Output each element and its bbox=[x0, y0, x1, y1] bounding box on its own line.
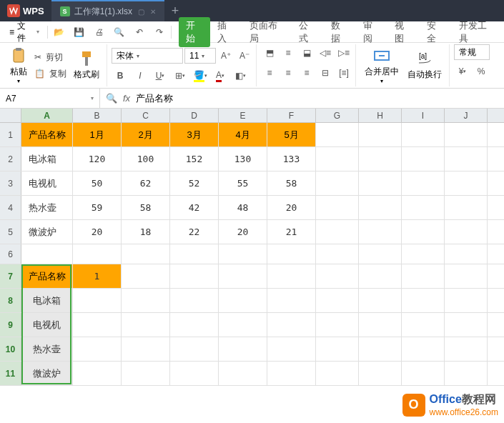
cell-B2[interactable]: 120 bbox=[73, 147, 122, 171]
cell-A5[interactable]: 微波炉 bbox=[21, 220, 73, 244]
row-header-5[interactable]: 5 bbox=[0, 220, 21, 244]
fill-color-button[interactable]: 🪣▾ bbox=[192, 67, 209, 84]
cell-A1[interactable]: 产品名称 bbox=[21, 123, 73, 146]
percent-button[interactable]: % bbox=[473, 63, 490, 80]
cell-H2[interactable] bbox=[359, 147, 402, 171]
cell-A6[interactable] bbox=[21, 244, 73, 264]
cell-A8[interactable]: 电冰箱 bbox=[21, 289, 73, 312]
print-preview-button[interactable]: 🔍 bbox=[109, 24, 129, 41]
number-format-dropdown[interactable]: 常规 bbox=[454, 44, 490, 60]
cell-I6[interactable] bbox=[402, 244, 445, 264]
cell-F6[interactable] bbox=[267, 244, 316, 264]
column-header-E[interactable]: E bbox=[219, 109, 267, 122]
row-header-10[interactable]: 10 bbox=[0, 337, 21, 361]
cell-I11[interactable] bbox=[402, 362, 445, 385]
grid-body[interactable]: 1产品名称1月2月3月4月5月2电冰箱1201001521301333电视机50… bbox=[0, 123, 504, 386]
cell-B11[interactable] bbox=[73, 362, 122, 385]
align-bottom-button[interactable]: ⬓ bbox=[298, 44, 315, 61]
border-button[interactable]: ⊞▾ bbox=[172, 67, 189, 84]
row-header-7[interactable]: 7 bbox=[0, 264, 21, 288]
cell-H4[interactable] bbox=[359, 196, 402, 219]
cell-G5[interactable] bbox=[316, 220, 359, 244]
cell-D11[interactable] bbox=[170, 362, 219, 385]
cell-G3[interactable] bbox=[316, 171, 359, 195]
column-header-C[interactable]: C bbox=[122, 109, 170, 122]
cell-E8[interactable] bbox=[219, 289, 267, 312]
cell-J3[interactable] bbox=[445, 171, 488, 195]
cell-E6[interactable] bbox=[219, 244, 267, 264]
cell-D8[interactable] bbox=[170, 289, 219, 312]
font-size-dropdown[interactable]: 11▾ bbox=[184, 48, 216, 64]
cell-C6[interactable] bbox=[122, 244, 170, 264]
cell-I8[interactable] bbox=[402, 289, 445, 312]
cell-I9[interactable] bbox=[402, 313, 445, 337]
cell-A9[interactable]: 电视机 bbox=[21, 313, 73, 337]
cell-C4[interactable]: 58 bbox=[122, 196, 170, 219]
font-color-button[interactable]: A▾ bbox=[212, 67, 229, 84]
cell-G11[interactable] bbox=[316, 362, 359, 385]
orientation-button[interactable]: [≡] bbox=[335, 64, 352, 81]
tab-close-icon[interactable]: ✕ bbox=[150, 8, 156, 16]
cell-A4[interactable]: 热水壶 bbox=[21, 196, 73, 219]
cell-J9[interactable] bbox=[445, 313, 488, 337]
cell-D7[interactable] bbox=[170, 264, 219, 288]
column-header-A[interactable]: A bbox=[21, 109, 73, 122]
row-header-11[interactable]: 11 bbox=[0, 362, 21, 385]
cell-D5[interactable]: 22 bbox=[170, 220, 219, 244]
cell-F10[interactable] bbox=[267, 337, 316, 361]
formula-content[interactable]: 产品名称 bbox=[136, 92, 173, 105]
paste-button[interactable]: 粘贴▾ bbox=[6, 44, 31, 86]
cell-C10[interactable] bbox=[122, 337, 170, 361]
cell-H7[interactable] bbox=[359, 264, 402, 288]
cell-A7[interactable]: 产品名称 bbox=[21, 264, 73, 288]
align-middle-button[interactable]: ≡ bbox=[280, 44, 297, 61]
app-menu-button[interactable]: ≡ 文件 ▾ bbox=[3, 18, 46, 46]
cell-E2[interactable]: 130 bbox=[219, 147, 267, 171]
cell-D4[interactable]: 42 bbox=[170, 196, 219, 219]
cell-F7[interactable] bbox=[267, 264, 316, 288]
cell-J4[interactable] bbox=[445, 196, 488, 219]
cell-F1[interactable]: 5月 bbox=[267, 123, 316, 146]
cell-J1[interactable] bbox=[445, 123, 488, 146]
row-header-2[interactable]: 2 bbox=[0, 147, 21, 171]
cell-B9[interactable] bbox=[73, 313, 122, 337]
cell-F5[interactable]: 21 bbox=[267, 220, 316, 244]
cell-B4[interactable]: 59 bbox=[73, 196, 122, 219]
cell-E9[interactable] bbox=[219, 313, 267, 337]
cell-D10[interactable] bbox=[170, 337, 219, 361]
print-button[interactable]: 🖨 bbox=[89, 24, 109, 41]
cell-D1[interactable]: 3月 bbox=[170, 123, 219, 146]
cell-J8[interactable] bbox=[445, 289, 488, 312]
cell-C1[interactable]: 2月 bbox=[122, 123, 170, 146]
cell-E1[interactable]: 4月 bbox=[219, 123, 267, 146]
row-header-6[interactable]: 6 bbox=[0, 244, 21, 264]
increase-indent-button[interactable]: ▷≡ bbox=[335, 44, 352, 61]
row-header-9[interactable]: 9 bbox=[0, 313, 21, 337]
cell-J6[interactable] bbox=[445, 244, 488, 264]
cell-E3[interactable]: 55 bbox=[219, 171, 267, 195]
column-header-B[interactable]: B bbox=[73, 109, 122, 122]
redo-button[interactable]: ↷ bbox=[149, 24, 169, 41]
cell-F4[interactable]: 20 bbox=[267, 196, 316, 219]
cell-J7[interactable] bbox=[445, 264, 488, 288]
cell-H9[interactable] bbox=[359, 313, 402, 337]
row-header-8[interactable]: 8 bbox=[0, 289, 21, 312]
cell-F2[interactable]: 133 bbox=[267, 147, 316, 171]
increase-font-button[interactable]: A⁺ bbox=[217, 47, 234, 64]
cell-J5[interactable] bbox=[445, 220, 488, 244]
cell-G8[interactable] bbox=[316, 289, 359, 312]
cell-D3[interactable]: 52 bbox=[170, 171, 219, 195]
column-header-I[interactable]: I bbox=[402, 109, 445, 122]
copy-button[interactable]: 📋复制 bbox=[31, 66, 69, 81]
align-left-button[interactable]: ≡ bbox=[261, 64, 278, 81]
cell-C8[interactable] bbox=[122, 289, 170, 312]
align-top-button[interactable]: ⬒ bbox=[261, 44, 278, 61]
column-header-G[interactable]: G bbox=[316, 109, 359, 122]
column-header-H[interactable]: H bbox=[359, 109, 402, 122]
fx-icon[interactable]: fx bbox=[123, 93, 130, 104]
cell-F9[interactable] bbox=[267, 313, 316, 337]
row-header-3[interactable]: 3 bbox=[0, 171, 21, 195]
cell-G2[interactable] bbox=[316, 147, 359, 171]
align-right-button[interactable]: ≡ bbox=[298, 64, 315, 81]
cell-I10[interactable] bbox=[402, 337, 445, 361]
